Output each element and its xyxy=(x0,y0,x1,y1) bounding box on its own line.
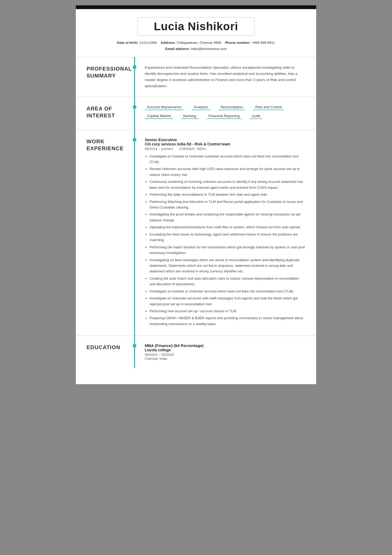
email-label: Email address: xyxy=(165,47,190,51)
name-box: Lucia Nishikori xyxy=(138,17,254,36)
interest-tag-7: Audit xyxy=(250,113,262,119)
summary-content: Experienced and motivated Reconciliation… xyxy=(135,57,316,97)
address-label: Address: xyxy=(161,41,176,45)
education-content: MBA (Finance) (64 Percentage) Loyola col… xyxy=(135,336,316,368)
interest-content: Account Maintenance Analytics Reconcilia… xyxy=(135,97,316,130)
education-section: EDUCATION MBA (Finance) (64 Percentage) … xyxy=(76,336,316,368)
bullet-6: Uploading the balances/transactions from… xyxy=(150,224,305,230)
summary-label: PROFESSIONAL SUMMARY xyxy=(76,57,135,97)
top-bar xyxy=(76,5,316,9)
bullet-8: Performing De-match function for the tra… xyxy=(150,244,305,256)
dob-label: Date of birth: xyxy=(117,41,139,45)
bullet-11: Investigate on Inactive or Unknown accou… xyxy=(150,288,305,294)
work-dot xyxy=(133,138,136,142)
bullet-12: Investigate on Unknown accounts with swi… xyxy=(150,295,305,307)
job-location: CHENNAI, INDIA xyxy=(179,147,206,151)
edu-location: Chennai, India xyxy=(145,357,305,361)
education-label: EDUCATION xyxy=(76,336,135,368)
edu-item-0: MBA (Finance) (64 Percentage) Loyola col… xyxy=(145,343,305,361)
work-content: Senior Executive Citi corp services Indi… xyxy=(135,130,316,336)
bullet-5: Investigating the proof breaks and conta… xyxy=(150,211,305,223)
summary-dot xyxy=(133,65,136,69)
bullet-3: Performing the daily reconciliations in … xyxy=(150,192,305,197)
interest-tag-6: Financial Reporting xyxy=(206,113,242,119)
interest-tag-3: Risk and Control xyxy=(253,105,284,110)
phone-label: Phone number: xyxy=(225,41,250,45)
interest-tags: Account Maintenance Analytics Reconcilia… xyxy=(145,105,305,122)
work-section: WORK EXPERIENCE Senior Executive Citi co… xyxy=(76,130,316,336)
edu-degree: MBA (Finance) (64 Percentage) xyxy=(145,343,305,348)
job-bullets: Investigate on Inactive or Unknown custo… xyxy=(145,153,305,327)
summary-section: PROFESSIONAL SUMMARY Experienced and mot… xyxy=(76,57,316,97)
interest-section: AREA OF INTEREST Account Maintenance Ana… xyxy=(76,97,316,130)
dob-value: 11/11/1993 xyxy=(139,41,157,45)
email-value: hello@kickresume.com xyxy=(191,47,227,51)
header: Lucia Nishikori Date of birth: 11/11/199… xyxy=(76,9,316,57)
bullet-7: Escalating the feed issues to technology… xyxy=(150,232,305,243)
summary-text: Experienced and motivated Reconciliation… xyxy=(145,65,305,89)
edu-dates: 06/2014 – 05/2016 xyxy=(145,353,305,357)
interest-row-2: Capitial Market Banking Financial Report… xyxy=(145,113,305,120)
bullet-4: Performing Matching and Allocation in TL… xyxy=(150,199,305,210)
contact-info: Date of birth: 11/11/1993 Address: Chitl… xyxy=(92,40,300,52)
bullet-2: Continuous screening of incoming unknown… xyxy=(150,179,305,190)
full-name: Lucia Nishikori xyxy=(154,20,238,33)
job-dates: 09/2014 – present xyxy=(145,147,173,151)
edu-school: Loyola college xyxy=(145,348,305,352)
interest-row-1: Account Maintenance Analytics Reconcilia… xyxy=(145,105,305,111)
job-title: Senior Executive xyxy=(145,137,305,142)
interest-label: AREA OF INTEREST xyxy=(76,97,135,130)
phone-value: +999-999-9911 xyxy=(252,41,275,45)
resume-page: Lucia Nishikori Date of birth: 11/11/199… xyxy=(76,5,316,384)
interest-tag-2: Reconciliation xyxy=(218,105,245,110)
bullet-10: Creating the auto match and auto allocat… xyxy=(150,276,305,287)
interest-dot xyxy=(133,105,136,109)
interest-tag-1: Analytics xyxy=(192,105,210,110)
job-meta: 09/2014 – present CHENNAI, INDIA xyxy=(145,147,305,151)
job-0: Senior Executive Citi corp services Indi… xyxy=(145,137,305,327)
interest-tag-5: Banking xyxy=(181,113,198,119)
bullet-9: Investigating on feed messages which are… xyxy=(150,257,305,274)
bullet-1: Review Unknown accounts with high USD va… xyxy=(150,166,305,178)
bullet-13: Performing new account set up / account … xyxy=(150,308,305,314)
interest-tag-4: Capitial Market xyxy=(145,113,173,119)
address-value: Chitlapakkam, Chennai 9999 xyxy=(177,41,221,45)
bullet-0: Investigate on Inactive or Unknown custo… xyxy=(150,153,305,165)
work-label: WORK EXPERIENCE xyxy=(76,130,135,336)
job-company: Citi corp services India ltd - Risk & Co… xyxy=(145,142,305,146)
bullet-14: Preparing CMAR / NBSER & BSER reports an… xyxy=(150,315,305,327)
interest-tag-0: Account Maintenance xyxy=(145,105,184,110)
